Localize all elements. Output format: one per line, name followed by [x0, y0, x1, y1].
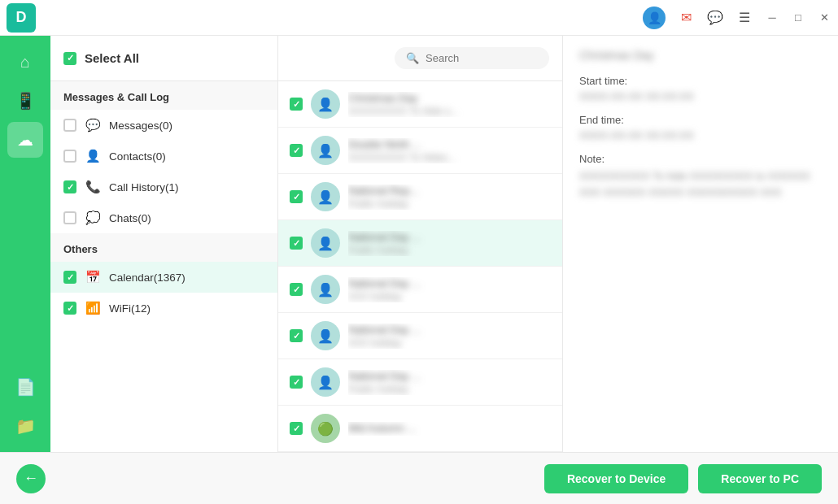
list-item[interactable]: 👤 National Day ... Public holiday: [278, 220, 562, 267]
sidebar-item-backup[interactable]: ☁: [7, 122, 43, 158]
wifi-checkbox[interactable]: [63, 302, 76, 315]
item-1-text: Christmas Day XXXXXXXXX To Hide s...: [348, 92, 551, 117]
list-item[interactable]: 👤 National Day ... XXX holiday: [278, 267, 562, 313]
calendar-label: Calendar(1367): [109, 272, 185, 284]
sidebar-item-folder[interactable]: 📁: [7, 408, 43, 444]
item-6-subtitle: XXX holiday: [348, 337, 551, 349]
action-buttons: Recover to Device Recover to PC: [544, 464, 822, 493]
item-5-text: National Day ... XXX holiday: [348, 277, 551, 302]
main-layout: ⌂ 📱 ☁ 📄 📁 Select All Messages & Call Log…: [0, 36, 838, 452]
call-history-checkbox[interactable]: [63, 180, 76, 193]
menu-item-chats[interactable]: 💭 Chats(0): [50, 202, 277, 233]
item-1-avatar: 👤: [311, 89, 340, 119]
middle-panel: 🔍 👤 Christmas Day XXXXXXXXX To Hide s...…: [278, 36, 563, 452]
chats-label: Chats(0): [109, 212, 151, 224]
item-8-title: Mid Autumn ...: [348, 422, 551, 434]
detail-title: Christmas Day: [579, 49, 822, 62]
detail-start-time: Start time: XXXX-XX-XX XX:XX:XX: [579, 75, 822, 102]
menu-item-calendar[interactable]: 📅 Calendar(1367): [50, 262, 277, 293]
item-2-checkbox[interactable]: [290, 144, 303, 157]
messages-icon: 💬: [85, 117, 101, 133]
item-7-text: National Day ... Public holiday: [348, 370, 551, 395]
titlebar-right: 👤 ✉ 💬 ☰ ─ □ ✕: [643, 7, 831, 29]
menu-item-messages[interactable]: 💬 Messages(0): [50, 110, 277, 141]
left-panel-scroll: Messages & Call Log 💬 Messages(0) 👤 Cont…: [50, 81, 277, 452]
list-item[interactable]: 👤 Christmas Day XXXXXXXXX To Hide s...: [278, 81, 562, 128]
item-6-text: National Day ... XXX holiday: [348, 324, 551, 349]
section-messages-header: Messages & Call Log: [50, 81, 277, 110]
item-6-checkbox[interactable]: [290, 329, 303, 342]
item-8-checkbox[interactable]: [290, 422, 303, 435]
search-icon: 🔍: [406, 52, 419, 64]
detail-content: Christmas Day Start time: XXXX-XX-XX XX:…: [563, 36, 838, 452]
menu-item-wifi[interactable]: 📶 WiFi(12): [50, 293, 277, 324]
item-5-checkbox[interactable]: [290, 283, 303, 296]
recover-to-pc-button[interactable]: Recover to PC: [698, 464, 822, 493]
list-item[interactable]: 👤 National Rep... Public holiday: [278, 174, 562, 220]
avatar-icon[interactable]: 👤: [643, 7, 666, 29]
back-button[interactable]: ←: [16, 464, 46, 493]
contacts-icon: 👤: [85, 148, 101, 164]
menu-item-call-history[interactable]: 📞 Call History(1): [50, 172, 277, 202]
item-3-title: National Rep...: [348, 185, 551, 197]
chats-checkbox[interactable]: [63, 211, 76, 224]
menu-item-contacts[interactable]: 👤 Contacts(0): [50, 141, 277, 172]
contacts-label: Contacts(0): [109, 150, 166, 163]
item-4-checkbox[interactable]: [290, 237, 303, 250]
calendar-checkbox[interactable]: [63, 271, 76, 284]
contacts-checkbox[interactable]: [63, 150, 76, 163]
list-item[interactable]: 👤 Double Ninth ... XXXXXXXXX To Hides...: [278, 128, 562, 174]
titlebar: D 👤 ✉ 💬 ☰ ─ □ ✕: [0, 0, 838, 36]
sidebar-item-device[interactable]: 📱: [7, 83, 43, 119]
titlebar-left: D: [7, 3, 36, 33]
list-item[interactable]: 👤 National Day ... Public holiday: [278, 359, 562, 406]
middle-header: 🔍: [278, 36, 562, 81]
item-4-subtitle: Public holiday: [348, 245, 551, 256]
search-box: 🔍: [395, 47, 549, 69]
menu-icon[interactable]: ☰: [735, 9, 753, 27]
maximize-button[interactable]: □: [791, 11, 805, 25]
select-all-row: Select All: [50, 36, 277, 81]
item-1-title: Christmas Day: [348, 92, 551, 104]
item-3-checkbox[interactable]: [290, 190, 303, 203]
chat-icon[interactable]: 💬: [706, 9, 724, 27]
recover-to-device-button[interactable]: Recover to Device: [544, 464, 688, 493]
search-input[interactable]: [426, 52, 538, 64]
sidebar-nav: ⌂ 📱 ☁ 📄 📁: [0, 36, 50, 452]
sidebar-item-home[interactable]: ⌂: [7, 44, 43, 80]
item-7-title: National Day ...: [348, 370, 551, 382]
item-1-checkbox[interactable]: [290, 98, 303, 111]
app-logo: D: [7, 3, 36, 33]
item-8-text: Mid Autumn ...: [348, 422, 551, 436]
start-time-value: XXXX-XX-XX XX:XX:XX: [579, 90, 822, 102]
bottom-bar: ← Recover to Device Recover to PC: [0, 452, 838, 504]
item-3-avatar: 👤: [311, 182, 340, 211]
wifi-icon: 📶: [85, 300, 101, 316]
section-others-header: Others: [50, 233, 277, 262]
item-2-text: Double Ninth ... XXXXXXXXX To Hides...: [348, 138, 551, 163]
item-4-avatar: 👤: [311, 228, 340, 258]
item-2-subtitle: XXXXXXXXX To Hides...: [348, 152, 551, 163]
wifi-label: WiFi(12): [109, 302, 151, 315]
item-6-title: National Day ...: [348, 324, 551, 336]
item-5-subtitle: XXX holiday: [348, 291, 551, 302]
item-2-avatar: 👤: [311, 136, 340, 165]
note-label: Note:: [579, 153, 822, 165]
item-8-avatar: 🟢: [311, 414, 340, 443]
list-item[interactable]: 🟢 Mid Autumn ...: [278, 406, 562, 452]
item-4-title: National Day ...: [348, 231, 551, 243]
call-history-label: Call History(1): [109, 181, 179, 193]
close-button[interactable]: ✕: [817, 11, 831, 25]
sidebar-item-files[interactable]: 📄: [7, 369, 43, 405]
mail-icon[interactable]: ✉: [677, 9, 695, 27]
calendar-icon: 📅: [85, 269, 101, 285]
list-item[interactable]: 👤 National Day ... XXX holiday: [278, 313, 562, 359]
detail-note: Note: XXXXXXXXXX To hide XXXXXXXXX to XX…: [579, 153, 822, 200]
item-7-subtitle: Public holiday: [348, 384, 551, 395]
select-all-checkbox[interactable]: [63, 52, 76, 65]
messages-label: Messages(0): [109, 119, 172, 132]
messages-checkbox[interactable]: [63, 119, 76, 132]
item-7-checkbox[interactable]: [290, 376, 303, 389]
item-3-subtitle: Public holiday: [348, 198, 551, 210]
minimize-button[interactable]: ─: [765, 11, 779, 25]
